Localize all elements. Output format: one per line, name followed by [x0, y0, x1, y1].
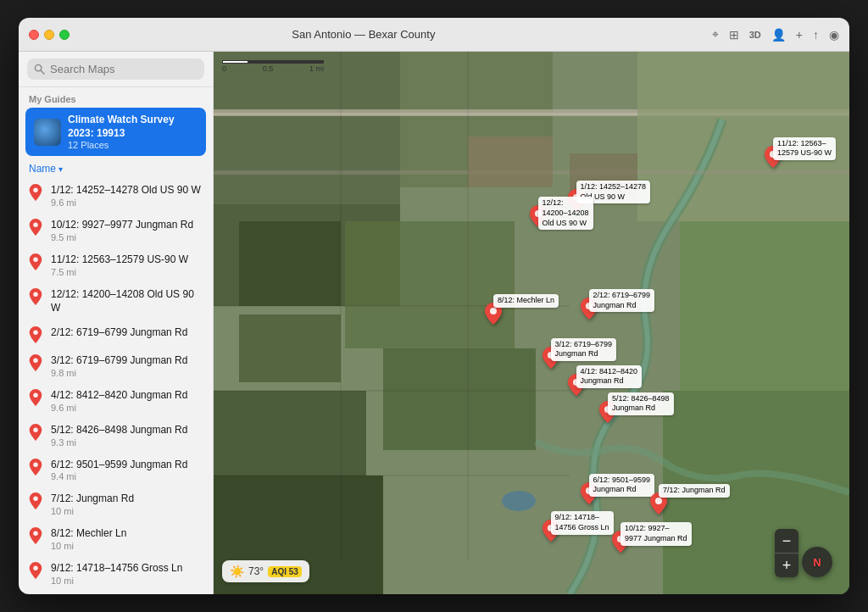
main-content: My Guides Climate Watch Survey 2023: 199… [19, 52, 849, 594]
svg-rect-20 [239, 221, 341, 306]
search-input-wrap[interactable] [27, 58, 204, 80]
svg-point-6 [33, 331, 37, 335]
list-item[interactable]: 3/12: 6719–6799 Jungman Rd 9.8 mi [19, 348, 213, 383]
place-name: 8/12: Mechler Ln [51, 526, 203, 541]
zoom-controls: − + [775, 529, 798, 577]
svg-point-30 [502, 491, 536, 511]
map-area[interactable]: 0 0.5 1 mi 1/12: 14252–14278Old US 90 W … [214, 52, 849, 594]
place-pin-icon [29, 288, 44, 305]
place-name: 9/12: 14718–14756 Gross Ln [51, 561, 203, 576]
list-item[interactable]: 12/12: 14200–14208 Old US 90 W [19, 282, 213, 321]
window-title: San Antonio — Bexar County [19, 28, 712, 41]
place-list: 1/12: 14252–14278 Old US 90 W 9.6 mi 10/… [19, 178, 213, 594]
list-item[interactable]: 6/12: 9501–9599 Jungman Rd 9.4 mi [19, 453, 213, 487]
place-info: 2/12: 6719–6799 Jungman Rd [51, 325, 203, 340]
svg-rect-27 [680, 221, 849, 391]
place-distance: 10 mi [51, 506, 203, 516]
svg-rect-22 [214, 391, 366, 476]
list-item[interactable]: 9/12: 14718–14756 Gross Ln 10 mi [19, 556, 213, 591]
account-icon[interactable]: ◉ [829, 28, 839, 42]
place-info: 7/12: Jungman Rd 10 mi [51, 492, 203, 516]
list-item[interactable]: 1/12: 14252–14278 Old US 90 W 9.6 mi [19, 178, 213, 213]
map-pin[interactable]: 6/12: 9501–9599Jungman Rd [581, 482, 598, 508]
scale-label-half: 0.5 [263, 64, 274, 73]
place-pin-icon [29, 326, 44, 343]
search-bar [19, 52, 213, 87]
svg-rect-24 [345, 221, 515, 348]
zoom-out-button[interactable]: − [775, 529, 798, 553]
map-pin[interactable]: 2/12: 6719–6799Jungman Rd [581, 298, 598, 323]
place-info: 9/12: 14718–14756 Gross Ln 10 mi [51, 561, 203, 586]
list-item[interactable]: 10/12: 9927–9977 Jungman Rd 9.5 mi [19, 213, 213, 248]
list-item[interactable]: 7/12: Jungman Rd 10 mi [19, 487, 213, 521]
sort-row: Name ▾ [19, 161, 213, 178]
guide-item[interactable]: Climate Watch Survey 2023: 19913 12 Plac… [25, 108, 206, 156]
map-pin[interactable]: 10/12: 9927–9977 Jungman Rd [612, 531, 629, 556]
search-icon [34, 64, 45, 75]
map-pin[interactable]: 4/12: 8412–8420Jungman Rd [568, 374, 585, 399]
place-distance: 9.5 mi [51, 232, 203, 242]
place-info: 10/12: 9927–9977 Jungman Rd 9.5 mi [51, 218, 203, 242]
location-icon[interactable]: ⌖ [712, 27, 719, 42]
zoom-in-button[interactable]: + [775, 554, 798, 577]
svg-point-2 [33, 188, 37, 192]
svg-point-7 [33, 359, 37, 363]
map-pin[interactable]: 5/12: 8426–8498Jungman Rd [599, 401, 616, 426]
svg-point-47 [655, 498, 662, 504]
scale-label-0: 0 [222, 64, 226, 73]
svg-point-4 [33, 257, 37, 261]
guide-count: 12 Places [68, 140, 198, 150]
3d-label[interactable]: 3D [749, 30, 761, 40]
svg-point-5 [33, 292, 37, 296]
add-icon[interactable]: + [796, 28, 803, 42]
place-pin-icon [29, 219, 44, 236]
sun-icon: ☀️ [230, 565, 244, 578]
share-icon[interactable]: ↑ [813, 28, 819, 42]
svg-point-8 [33, 393, 37, 398]
svg-point-12 [33, 531, 37, 536]
map-pin[interactable]: 7/12: Jungman Rd [650, 492, 667, 518]
place-pin-icon [29, 389, 44, 406]
svg-rect-15 [214, 52, 400, 204]
guide-name: Climate Watch Survey 2023: 19913 [68, 114, 198, 140]
list-item[interactable]: 5/12: 8426–8498 Jungman Rd 9.3 mi [19, 418, 213, 453]
place-info: 4/12: 8412–8420 Jungman Rd 9.6 mi [51, 388, 203, 413]
svg-point-3 [33, 223, 37, 227]
aqi-label: AQI [271, 567, 287, 576]
temperature: 73° [248, 565, 264, 577]
place-name: 1/12: 14252–14278 Old US 90 W [51, 183, 203, 198]
aqi-value: 53 [289, 567, 298, 576]
place-distance: 9.6 mi [51, 198, 203, 208]
map-pin[interactable]: 8/12: Mechler Ln [485, 303, 502, 328]
place-name: 5/12: 8426–8498 Jungman Rd [51, 423, 203, 437]
grid-icon[interactable]: ⊞ [729, 28, 739, 42]
place-pin-icon [29, 459, 44, 476]
svg-point-9 [33, 427, 37, 431]
place-distance: 9.4 mi [51, 471, 203, 481]
place-distance: 9.6 mi [51, 403, 203, 413]
list-item[interactable]: 11/12: 12563–12579 US-90 W 7.5 mi [19, 248, 213, 282]
svg-point-13 [33, 565, 37, 570]
list-item[interactable]: 4/12: 8412–8420 Jungman Rd 9.6 mi [19, 383, 213, 418]
search-input[interactable] [50, 63, 198, 75]
list-item[interactable]: 2/12: 6719–6799 Jungman Rd [19, 320, 213, 348]
pin-label: 6/12: 9501–9599Jungman Rd [589, 474, 655, 497]
sidebar: My Guides Climate Watch Survey 2023: 199… [19, 52, 214, 594]
map-pin[interactable]: 9/12: 14718–14756 Gross Ln [542, 520, 559, 545]
place-pin-icon [29, 424, 44, 441]
weather-badge: ☀️ 73° AQI 53 [222, 560, 309, 582]
map-pin[interactable]: 12/12:14200–14208Old US 90 W [530, 205, 547, 231]
compass[interactable]: N [802, 547, 832, 577]
place-name: 7/12: Jungman Rd [51, 492, 203, 506]
list-item[interactable]: 8/12: Mechler Ln 10 mi [19, 521, 213, 556]
sort-label[interactable]: Name [29, 163, 56, 175]
sort-arrow-icon[interactable]: ▾ [58, 164, 63, 174]
people-icon[interactable]: 👤 [771, 28, 786, 42]
pin-label: 2/12: 6719–6799Jungman Rd [589, 289, 655, 312]
aqi-badge: AQI 53 [268, 566, 302, 577]
map-pin[interactable]: 3/12: 6719–6799Jungman Rd [542, 347, 559, 372]
place-name: 2/12: 6719–6799 Jungman Rd [51, 325, 203, 340]
pin-label: 7/12: Jungman Rd [659, 484, 730, 498]
place-distance: 7.5 mi [51, 267, 203, 277]
map-pin[interactable]: 11/12: 12563–12579 US-90 W [765, 146, 782, 171]
